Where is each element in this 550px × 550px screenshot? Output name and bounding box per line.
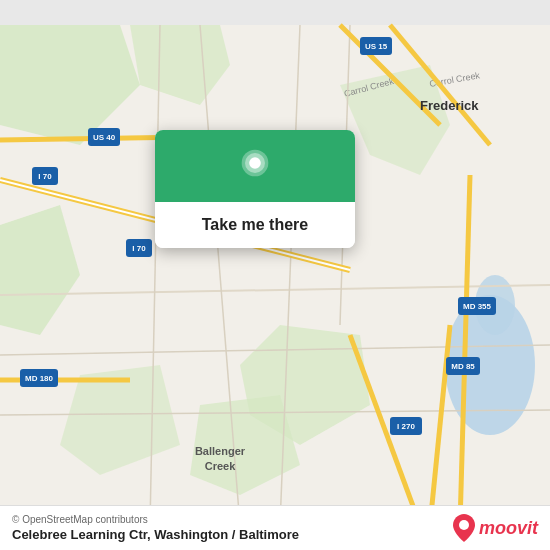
svg-point-52	[459, 520, 469, 530]
location-title: Celebree Learning Ctr, Washington / Balt…	[12, 527, 299, 542]
bottom-left-section: © OpenStreetMap contributors Celebree Le…	[12, 514, 299, 542]
popup-card: Take me there	[155, 130, 355, 248]
svg-text:MD 180: MD 180	[25, 374, 54, 383]
svg-text:MD 85: MD 85	[451, 362, 475, 371]
map-container: Carrol Creek Carrol Creek	[0, 0, 550, 550]
bottom-bar: © OpenStreetMap contributors Celebree Le…	[0, 505, 550, 550]
copyright-text: © OpenStreetMap contributors	[12, 514, 299, 525]
svg-text:I 70: I 70	[38, 172, 52, 181]
svg-text:I 70: I 70	[132, 244, 146, 253]
popup-card-body: Take me there	[155, 202, 355, 248]
moovit-logo: moovit	[453, 514, 538, 542]
svg-text:US 15: US 15	[365, 42, 388, 51]
svg-text:US 40: US 40	[93, 133, 116, 142]
svg-text:MD 355: MD 355	[463, 302, 492, 311]
svg-text:Ballenger: Ballenger	[195, 445, 246, 457]
popup-card-header	[155, 130, 355, 202]
moovit-brand-text: moovit	[479, 518, 538, 539]
take-me-there-button[interactable]: Take me there	[171, 214, 339, 236]
svg-point-51	[249, 157, 261, 169]
map-background: Carrol Creek Carrol Creek	[0, 0, 550, 550]
svg-text:Creek: Creek	[205, 460, 236, 472]
svg-text:Frederick: Frederick	[420, 98, 479, 113]
svg-text:I 270: I 270	[397, 422, 415, 431]
location-pin-icon	[235, 148, 275, 188]
moovit-pin-icon	[453, 514, 475, 542]
